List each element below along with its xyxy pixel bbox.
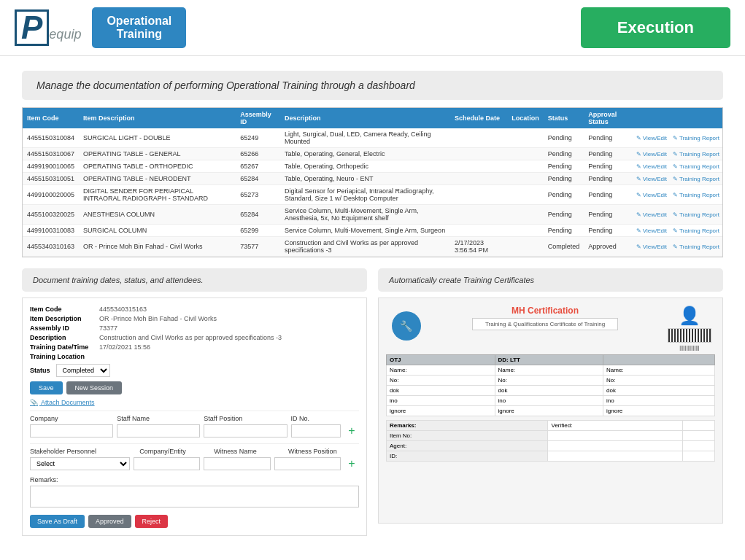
col-item-code: Item Code [23, 108, 79, 128]
cert-cell-dok1: dok [387, 386, 495, 396]
table-row: 4455100320025ANESTHESIA COLUMN65284Servi… [23, 205, 722, 225]
barcode-lines [668, 328, 711, 343]
table-row: 4455340310163OR - Prince Moh Bin Fahad -… [23, 237, 722, 257]
logo-p: P [15, 9, 49, 46]
cert-remarks-row: Remarks: Verified: [387, 421, 715, 431]
dashboard-table-container: Item Code Item Description Assembly ID D… [22, 107, 723, 257]
divider1 [30, 411, 359, 411]
item-desc-value: OR -Prince Moh Bin Fahad - Civil Works [99, 315, 217, 322]
col-actions2 [670, 108, 722, 128]
cert-preview: 🔧 MH Certification Training & Qualificat… [378, 298, 723, 524]
cert-cell-name2: Name: [495, 365, 603, 376]
cert-logo-left: 🔧 [386, 306, 426, 346]
dashboard-table: Item Code Item Description Assembly ID D… [23, 108, 722, 257]
cert-col-3 [603, 355, 715, 365]
cert-row-ignore: ignore ignore ignore [387, 406, 715, 416]
table-row: 4455150310067OPERATING TABLE - GENERAL65… [23, 148, 722, 160]
remarks-label: Remarks: [30, 476, 359, 483]
form-item-code-row: Item Code 4455340315163 [30, 306, 359, 313]
logo-area: P equip Operational Training [15, 7, 186, 48]
cert-table: OTJ DD: LTT Name: Name: Name: No: No: No… [386, 354, 715, 416]
cert-header: 🔧 MH Certification Training & Qualificat… [386, 306, 715, 350]
status-select[interactable]: Completed Pending [56, 364, 110, 377]
id-no-input[interactable] [291, 424, 341, 438]
logo-equip: equip [49, 27, 81, 42]
company-input[interactable] [30, 424, 113, 438]
col-actions1 [633, 108, 670, 128]
col-assembly: Assembly ID [236, 108, 280, 128]
add-stakeholder-button[interactable]: + [344, 458, 359, 470]
desc-value: Construction and Civil Works as per appr… [99, 334, 282, 341]
add-attendee-button[interactable]: + [344, 425, 359, 437]
cert-agent-row: Agent: [387, 441, 715, 451]
cert-id-row: ID: [387, 451, 715, 462]
item-desc-label: Item Description [30, 315, 96, 322]
right-panel-banner: Automatically create Training Certificat… [378, 268, 723, 292]
cert-item-label: Item No: [387, 431, 548, 441]
cert-remarks-label: Remarks: [387, 421, 548, 431]
cert-item-val [548, 431, 683, 441]
form-location-row: Training Location [30, 353, 359, 360]
cert-cell-dok2: dok [495, 386, 603, 396]
approved-button[interactable]: Approved [88, 515, 131, 528]
cert-item-empty [683, 431, 715, 441]
cert-cell-dok3: dok [603, 386, 715, 396]
table-row: 4455150310084SURGICAL LIGHT - DOUBLE6524… [23, 128, 722, 148]
attach-documents[interactable]: 📎 Attach Documents [30, 399, 359, 406]
save-button[interactable]: Save [30, 381, 63, 394]
cert-remarks-empty [683, 421, 715, 431]
cert-agent-empty [683, 441, 715, 451]
table-row: 4499100020005DIGITAL SENDER FOR PERIAPIC… [23, 185, 722, 205]
cert-barcode: 👤 ||||||||||||||| [664, 306, 715, 350]
col-item-desc: Item Description [79, 108, 236, 128]
right-panel-desc: Automatically create Training Certificat… [389, 276, 712, 284]
cert-title: MH Certification [426, 306, 664, 316]
cert-cell-ign2: ignore [495, 406, 603, 416]
form-desc-row: Description Construction and Civil Works… [30, 334, 359, 341]
table-row: 4455150310051OPERATING TABLE - NEURODENT… [23, 173, 722, 185]
left-panel: Document training dates, status, and att… [22, 268, 367, 536]
cert-row-ino: ino ino ino [387, 396, 715, 406]
status-row: Status Completed Pending [30, 364, 359, 377]
staff-pos-input[interactable] [204, 424, 287, 438]
witness-name-input[interactable] [204, 457, 270, 470]
form-assembly-row: Assembly ID 73377 [30, 324, 359, 332]
witness-pos-input[interactable] [274, 457, 341, 470]
col-approval: Approval Status [584, 108, 633, 128]
logo: P equip [15, 9, 81, 46]
col-desc: Description [280, 108, 450, 128]
status-label: Status [30, 367, 50, 374]
description-text: Manage the documentation of performing O… [36, 79, 709, 91]
person-icon: 👤 [679, 306, 700, 326]
cert-bottom-table: Remarks: Verified: Item No: Agent: ID: [386, 420, 715, 462]
staff-name-col-label: Staff Name [117, 415, 200, 422]
form-buttons-row: Save New Session [30, 381, 359, 394]
save-draft-button[interactable]: Save As Draft [30, 515, 85, 528]
company-col-label: Company [30, 415, 113, 422]
reject-button[interactable]: Reject [135, 515, 169, 528]
assembly-label: Assembly ID [30, 324, 96, 332]
cert-id-empty [683, 451, 715, 462]
staff-pos-col-label: Staff Position [204, 415, 287, 422]
remarks-textarea[interactable] [30, 486, 359, 508]
header: P equip Operational Training Execution [0, 0, 745, 56]
company-entity-input[interactable] [134, 457, 200, 470]
cert-table-header: OTJ DD: LTT [387, 355, 715, 365]
attach-icon: 📎 [30, 399, 38, 406]
staff-name-input[interactable] [117, 424, 200, 438]
cert-agent-val [548, 441, 683, 451]
cert-row-no: No: No: No: [387, 376, 715, 386]
cert-item-row: Item No: [387, 431, 715, 441]
attendee-inputs: + [30, 424, 359, 438]
cert-center: MH Certification Training & Qualificatio… [426, 306, 664, 332]
divider2 [30, 443, 359, 444]
col-schedule: Schedule Date [450, 108, 507, 128]
item-code-value: 4455340315163 [99, 306, 147, 313]
assembly-value: 73377 [99, 324, 117, 332]
location-label: Training Location [30, 353, 96, 360]
new-session-button[interactable]: New Session [66, 381, 123, 394]
cert-cell-no2: No: [495, 376, 603, 386]
table-row: 4499190010065OPERATING TABLE - ORTHOPEDI… [23, 160, 722, 173]
cert-row-dok: dok dok dok [387, 386, 715, 396]
stakeholder-select[interactable]: Select [30, 457, 130, 470]
